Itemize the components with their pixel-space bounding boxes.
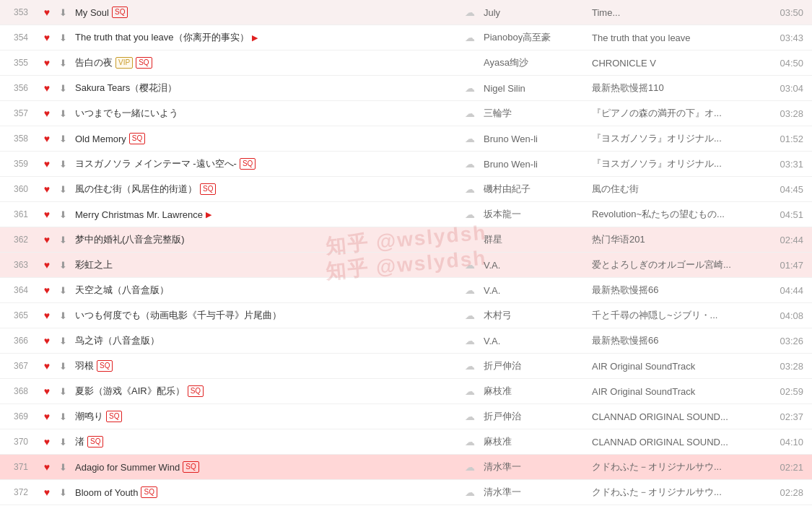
track-album[interactable]: AIR Original SoundTrack <box>589 386 769 397</box>
heart-button[interactable]: ♥ <box>39 133 55 144</box>
heart-button[interactable]: ♥ <box>39 234 55 245</box>
track-artist[interactable]: 磯村由紀子 <box>481 183 589 196</box>
heart-button[interactable]: ♥ <box>39 411 55 422</box>
heart-button[interactable]: ♥ <box>39 57 55 69</box>
track-album[interactable]: 『ヨスガノソラ』オリジナル... <box>589 157 769 170</box>
track-album[interactable]: 千と千尋の神隠し~ジブリ・... <box>589 309 769 322</box>
heart-button[interactable]: ♥ <box>39 461 55 473</box>
download-button[interactable]: ⬇ <box>55 7 71 18</box>
download-button[interactable]: ⬇ <box>55 336 71 346</box>
track-title[interactable]: いつも何度でも（动画电影《千与千寻》片尾曲） <box>75 309 281 322</box>
track-artist[interactable]: 折戸伸治 <box>481 410 589 423</box>
heart-button[interactable]: ♥ <box>39 183 55 195</box>
track-title[interactable]: Bloom of Youth <box>75 487 138 498</box>
track-artist[interactable]: 清水準一 <box>481 486 589 499</box>
track-row[interactable]: 372♥⬇Bloom of YouthSQ☁清水準一クドわふた－オリジナルサウ.… <box>0 480 812 505</box>
track-album[interactable]: 最新热歌慢摇66 <box>589 284 769 297</box>
track-row[interactable]: 367♥⬇羽根SQ☁折戸伸治AIR Original SoundTrack03:… <box>0 354 812 379</box>
heart-button[interactable]: ♥ <box>39 284 55 296</box>
track-artist[interactable]: V.A. <box>481 285 589 296</box>
track-album[interactable]: 最新热歌慢摇110 <box>589 82 769 95</box>
track-album[interactable]: 風の住む街 <box>589 183 769 196</box>
track-artist[interactable]: Ayasa绚沙 <box>481 56 589 69</box>
track-title[interactable]: 風の住む街（风居住的街道） <box>75 183 197 196</box>
heart-button[interactable]: ♥ <box>39 486 55 498</box>
track-artist[interactable]: July <box>481 7 589 18</box>
download-button[interactable]: ⬇ <box>55 361 71 372</box>
track-artist[interactable]: 木村弓 <box>481 309 589 322</box>
download-button[interactable]: ⬇ <box>55 235 71 245</box>
track-title[interactable]: Adagio for Summer Wind <box>75 462 180 473</box>
track-title[interactable]: 彩虹之上 <box>75 258 113 271</box>
track-artist[interactable]: 折戸伸治 <box>481 359 589 372</box>
track-artist[interactable]: 麻枝准 <box>481 385 589 398</box>
track-album[interactable]: AIR Original SoundTrack <box>589 361 769 372</box>
heart-button[interactable]: ♥ <box>39 385 55 397</box>
track-title[interactable]: 天空之城（八音盒版） <box>75 284 169 297</box>
track-row[interactable]: 353♥⬇My SoulSQ☁JulyTime...03:50 <box>0 0 812 25</box>
download-button[interactable]: ⬇ <box>55 108 71 119</box>
download-button[interactable]: ⬇ <box>55 83 71 94</box>
track-title[interactable]: 告白の夜 <box>75 56 113 69</box>
download-button[interactable]: ⬇ <box>55 260 71 271</box>
track-album[interactable]: クドわふた－オリジナルサウ... <box>589 486 769 499</box>
heart-button[interactable]: ♥ <box>39 209 55 220</box>
download-button[interactable]: ⬇ <box>55 134 71 144</box>
heart-button[interactable]: ♥ <box>39 108 55 119</box>
track-album[interactable]: 最新热歌慢摇66 <box>589 334 769 347</box>
track-artist[interactable]: 清水準一 <box>481 460 589 473</box>
track-artist[interactable]: 三輪学 <box>481 107 589 120</box>
download-button[interactable]: ⬇ <box>55 285 71 296</box>
track-row[interactable]: 368♥⬇夏影（游戏《AIR》配乐）SQ☁麻枝准AIR Original Sou… <box>0 379 812 404</box>
heart-button[interactable]: ♥ <box>39 32 55 43</box>
heart-button[interactable]: ♥ <box>39 360 55 372</box>
track-row[interactable]: 370♥⬇渚SQ☁麻枝准CLANNAD ORIGINAL SOUND...04:… <box>0 429 812 455</box>
track-title[interactable]: 鸟之诗（八音盒版） <box>75 334 160 347</box>
track-artist[interactable]: 麻枝准 <box>481 435 589 448</box>
track-row[interactable]: 361♥⬇Merry Christmas Mr. Lawrence▶☁坂本龍一R… <box>0 202 812 227</box>
track-row[interactable]: 369♥⬇潮鸣りSQ☁折戸伸治CLANNAD ORIGINAL SOUND...… <box>0 404 812 429</box>
play-badge-icon[interactable]: ▶ <box>206 210 211 219</box>
heart-button[interactable]: ♥ <box>39 82 55 94</box>
track-album[interactable]: 『ヨスガノソラ』オリジナル... <box>589 132 769 145</box>
track-title[interactable]: Sakura Tears（樱花泪） <box>75 82 177 95</box>
track-row[interactable]: 354♥⬇The truth that you leave（你离开的事实）▶☁P… <box>0 25 812 51</box>
download-button[interactable]: ⬇ <box>55 209 71 220</box>
track-artist[interactable]: Bruno Wen-li <box>481 134 589 144</box>
track-album[interactable]: Revolution~私たちの望むもの... <box>589 208 769 221</box>
download-button[interactable]: ⬇ <box>55 411 71 422</box>
track-title[interactable]: いつまでも一緒にいよう <box>75 107 178 120</box>
download-button[interactable]: ⬇ <box>55 437 71 447</box>
download-button[interactable]: ⬇ <box>55 386 71 397</box>
track-album[interactable]: 热门华语201 <box>589 233 769 246</box>
track-album[interactable]: CLANNAD ORIGINAL SOUND... <box>589 411 769 422</box>
track-artist[interactable]: 坂本龍一 <box>481 208 589 221</box>
track-title[interactable]: The truth that you leave（你离开的事实） <box>75 31 249 44</box>
track-title[interactable]: 夏影（游戏《AIR》配乐） <box>75 385 185 398</box>
track-title[interactable]: 羽根 <box>75 359 94 372</box>
track-row[interactable]: 356♥⬇Sakura Tears（樱花泪）☁Nigel Silin最新热歌慢摇… <box>0 76 812 101</box>
download-button[interactable]: ⬇ <box>55 159 71 170</box>
track-row[interactable]: 358♥⬇Old MemorySQ☁Bruno Wen-li『ヨスガノソラ』オリ… <box>0 126 812 152</box>
track-row[interactable]: 363♥⬇彩虹之上☁V.A.爱とよろしぎのオルゴール宮崎...01:47知乎 @… <box>0 253 812 278</box>
track-title[interactable]: 渚 <box>75 435 84 448</box>
track-title[interactable]: 梦中的婚礼(八音盒完整版) <box>75 233 185 246</box>
track-row[interactable]: 366♥⬇鸟之诗（八音盒版）☁V.A.最新热歌慢摇6603:26 <box>0 328 812 354</box>
heart-button[interactable]: ♥ <box>39 259 55 271</box>
track-album[interactable]: クドわふた－オリジナルサウ... <box>589 460 769 473</box>
track-title[interactable]: 潮鸣り <box>75 410 103 423</box>
track-album[interactable]: CHRONICLE V <box>589 58 769 69</box>
track-title[interactable]: ヨスガノソラ メインテーマ -遠い空へ- <box>75 157 237 170</box>
track-row[interactable]: 355♥⬇告白の夜VIPSQAyasa绚沙CHRONICLE V04:50 <box>0 51 812 76</box>
track-title[interactable]: Old Memory <box>75 134 126 144</box>
download-button[interactable]: ⬇ <box>55 32 71 43</box>
track-artist[interactable]: V.A. <box>481 336 589 346</box>
track-row[interactable]: 364♥⬇天空之城（八音盒版）☁V.A.最新热歌慢摇6604:44 <box>0 278 812 303</box>
play-badge-icon[interactable]: ▶ <box>252 33 258 43</box>
heart-button[interactable]: ♥ <box>39 310 55 321</box>
track-album[interactable]: Time... <box>589 7 769 18</box>
track-artist[interactable]: Pianoboy高至豪 <box>481 31 589 44</box>
download-button[interactable]: ⬇ <box>55 58 71 69</box>
track-title[interactable]: My Soul <box>75 7 109 18</box>
track-album[interactable]: CLANNAD ORIGINAL SOUND... <box>589 437 769 447</box>
